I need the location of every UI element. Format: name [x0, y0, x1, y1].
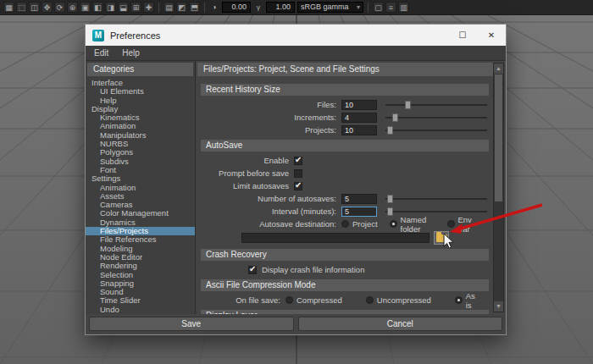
files-label: Files:: [201, 100, 341, 109]
toolbar-icon[interactable]: ⟳: [54, 2, 65, 13]
toolbar-icon[interactable]: ⊞: [130, 2, 141, 13]
settings-scroll-area: Recent History Size Files: 10 Increments…: [196, 78, 506, 314]
section-display-layer: Display Layer: [201, 310, 489, 314]
limit-autosaves-checkbox[interactable]: [294, 182, 302, 190]
menu-item[interactable]: Help: [122, 48, 140, 58]
radio-label: Compressed: [296, 295, 342, 305]
gamma-field[interactable]: 1.00: [266, 2, 295, 13]
toolbar-icon[interactable]: ≡: [385, 2, 396, 13]
radio-label: As is: [466, 291, 475, 310]
toolbar-icon-group-left: ▦⬚◫✥⟳⊕▣◧◨⬓⊞✚: [3, 2, 154, 13]
toolbar-icon[interactable]: ▥: [398, 2, 409, 13]
increments-row: Increments: 4: [201, 112, 489, 123]
toolbar-icon[interactable]: ⬚: [16, 2, 27, 13]
view-transform-select[interactable]: sRGB gamma: [297, 2, 363, 13]
scrollbar[interactable]: ▲ ▼: [493, 63, 504, 312]
toolbar-icon[interactable]: ◨: [105, 2, 116, 13]
toolbar-icon[interactable]: ⊕: [67, 2, 78, 13]
cancel-button[interactable]: Cancel: [298, 317, 503, 331]
radio-icon: [390, 220, 397, 228]
toolbar-separator: [158, 3, 159, 13]
radio-icon: [447, 220, 455, 228]
settings-panel: Files/Projects: Project, Scene and File …: [196, 61, 506, 314]
projects-label: Projects:: [201, 125, 341, 135]
scroll-down-arrow[interactable]: ▼: [494, 301, 503, 312]
crash-info-checkbox[interactable]: [248, 266, 257, 274]
radio-icon: [341, 220, 349, 228]
radio-icon: [285, 296, 293, 304]
toolbar-icon-group-right: ▢≡▥: [373, 2, 409, 13]
folder-icon: [436, 234, 447, 242]
toolbar-icon[interactable]: ✥: [42, 2, 53, 13]
slider-handle[interactable]: [387, 195, 393, 203]
number-autosaves-input[interactable]: 5: [341, 194, 377, 204]
increments-slider[interactable]: [385, 113, 487, 123]
interval-label: Interval (minutes):: [201, 207, 341, 216]
increments-input[interactable]: 4: [341, 113, 377, 123]
gamma-icon: γ: [253, 3, 263, 13]
toolbar-icon[interactable]: ▣: [80, 2, 91, 13]
titlebar[interactable]: M Preferences ☐ ✕: [86, 25, 506, 46]
exposure-field[interactable]: 0.00: [222, 2, 251, 13]
projects-slider[interactable]: [385, 125, 487, 135]
section-autosave: AutoSave: [201, 140, 489, 152]
radio-label: Project: [352, 219, 378, 229]
view-transform-value: sRGB gamma: [301, 3, 349, 12]
close-button[interactable]: ✕: [477, 25, 506, 46]
browse-folder-button[interactable]: [434, 231, 449, 245]
category-item[interactable]: Rendering: [86, 262, 195, 270]
enable-checkbox[interactable]: [294, 157, 302, 165]
number-autosaves-label: Number of autosaves:: [201, 194, 341, 203]
interval-slider[interactable]: [385, 207, 487, 217]
toolbar-icon[interactable]: ✚: [143, 2, 154, 13]
crash-info-row: Display crash file information: [248, 264, 489, 275]
toolbar-icon[interactable]: ▢: [373, 2, 384, 13]
menubar: EditHelp: [86, 46, 506, 61]
dialog-footer: Save Cancel: [86, 314, 506, 334]
save-button[interactable]: Save: [89, 317, 294, 331]
window-controls: ☐ ✕: [448, 25, 506, 46]
autosave-destination-options: Project Named folder Env Var: [341, 215, 489, 234]
menu-item[interactable]: Edit: [94, 48, 108, 58]
slider-handle[interactable]: [405, 101, 411, 109]
radio-option[interactable]: Compressed: [285, 295, 342, 305]
prompt-before-save-checkbox[interactable]: [294, 169, 302, 178]
radio-option[interactable]: Named folder: [390, 215, 435, 234]
scroll-thumb[interactable]: [495, 74, 502, 201]
section-crash-recovery: Crash Recovery: [201, 249, 489, 261]
slider-handle[interactable]: [387, 207, 393, 216]
toolbar-separator: [368, 3, 369, 13]
radio-option[interactable]: Project: [341, 219, 378, 229]
toolbar-icon[interactable]: ⬓: [118, 2, 129, 13]
on-file-save-row: On file save: Compressed Uncompressed: [201, 295, 489, 306]
radio-option[interactable]: Env Var: [447, 215, 478, 234]
slider-handle[interactable]: [387, 126, 393, 135]
projects-input[interactable]: 10: [341, 125, 377, 135]
toolbar-icon[interactable]: ◩: [176, 2, 187, 13]
radio-option[interactable]: Uncompressed: [366, 295, 431, 305]
toolbar-icon[interactable]: ◧: [92, 2, 103, 13]
toolbar-icon[interactable]: ▤: [163, 2, 175, 13]
increments-label: Increments:: [201, 113, 341, 122]
window-title: Preferences: [110, 30, 160, 41]
radio-option[interactable]: As is: [455, 291, 475, 310]
toolbar-icon-group-mid: ▤◩⬒: [163, 2, 200, 13]
files-input[interactable]: 10: [341, 100, 377, 110]
files-slider[interactable]: [385, 100, 487, 110]
preferences-window: M Preferences ☐ ✕ EditHelp Categories In…: [85, 24, 507, 335]
categories-list: InterfaceUI ElementsHelpDisplayKinematic…: [86, 78, 195, 314]
radio-label: Uncompressed: [377, 295, 431, 305]
enable-row: Enable: [201, 155, 489, 166]
prompt-before-save-label: Prompt before save: [201, 168, 294, 178]
crash-info-label: Display crash file information: [262, 265, 364, 274]
enable-label: Enable: [201, 156, 294, 165]
toolbar-icon[interactable]: ◫: [29, 2, 40, 13]
slider-handle[interactable]: [392, 113, 398, 122]
toolbar-icon[interactable]: ⬒: [189, 2, 200, 13]
number-autosaves-slider[interactable]: [385, 194, 487, 204]
maximize-button[interactable]: ☐: [448, 25, 477, 46]
scroll-up-arrow[interactable]: ▲: [494, 63, 503, 74]
toolbar-icon[interactable]: ▦: [3, 2, 14, 13]
settings-header: Files/Projects: Project, Scene and File …: [197, 63, 504, 76]
autosave-folder-input[interactable]: [241, 233, 430, 243]
